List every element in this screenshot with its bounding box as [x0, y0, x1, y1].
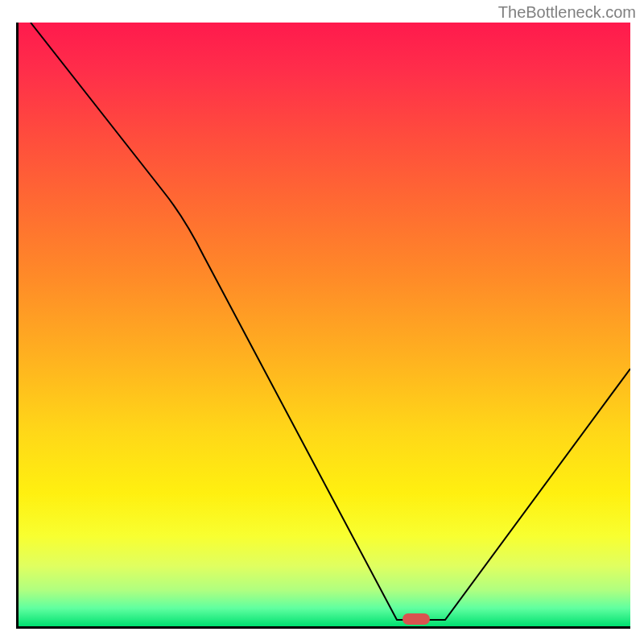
- optimal-marker: [402, 613, 430, 625]
- bottleneck-curve: [31, 23, 630, 620]
- curve-svg: [19, 23, 630, 626]
- chart-plot-area: [16, 23, 630, 629]
- attribution-label: TheBottleneck.com: [498, 3, 636, 22]
- chart-container: TheBottleneck.com: [0, 0, 644, 644]
